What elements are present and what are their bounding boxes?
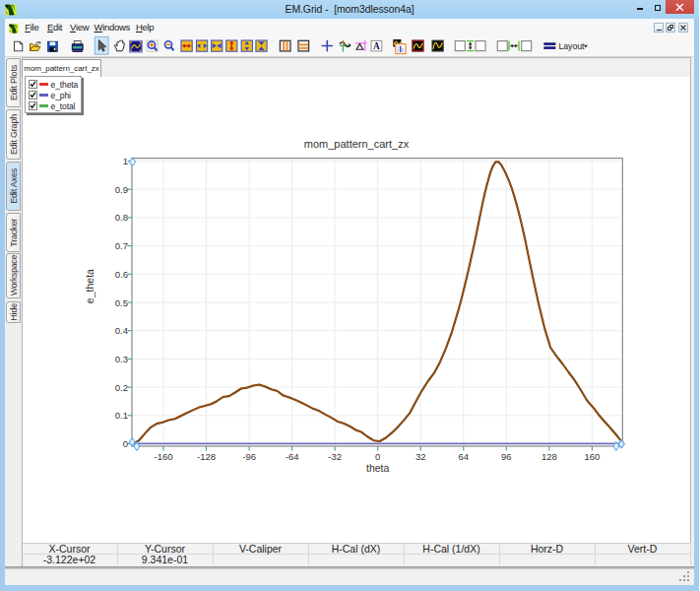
svg-text:0.1: 0.1 xyxy=(115,410,128,421)
svg-text:0.5: 0.5 xyxy=(115,297,128,308)
svg-text:0.3: 0.3 xyxy=(115,354,128,364)
svg-text:-160: -160 xyxy=(154,451,172,462)
svg-text:0.6: 0.6 xyxy=(115,269,128,280)
svg-text:theta: theta xyxy=(366,462,390,474)
svg-text:0.2: 0.2 xyxy=(115,382,128,393)
svg-text:1: 1 xyxy=(123,156,128,166)
svg-text:-64: -64 xyxy=(286,451,299,462)
svg-text:128: 128 xyxy=(541,451,557,462)
svg-text:-128: -128 xyxy=(197,451,216,462)
svg-text:0: 0 xyxy=(123,438,128,449)
svg-text:64: 64 xyxy=(459,451,470,462)
svg-text:32: 32 xyxy=(415,451,426,462)
svg-text:e_theta: e_theta xyxy=(85,269,96,303)
svg-text:0.9: 0.9 xyxy=(115,184,128,195)
svg-text:-32: -32 xyxy=(328,451,342,462)
svg-text:0.8: 0.8 xyxy=(115,212,128,223)
svg-text:160: 160 xyxy=(584,451,600,462)
svg-text:0: 0 xyxy=(375,451,380,462)
svg-text:-96: -96 xyxy=(242,451,256,462)
svg-text:mom_pattern_cart_zx: mom_pattern_cart_zx xyxy=(304,138,410,150)
svg-text:0.7: 0.7 xyxy=(115,240,128,251)
svg-text:0.4: 0.4 xyxy=(115,325,128,336)
svg-text:96: 96 xyxy=(501,451,512,462)
